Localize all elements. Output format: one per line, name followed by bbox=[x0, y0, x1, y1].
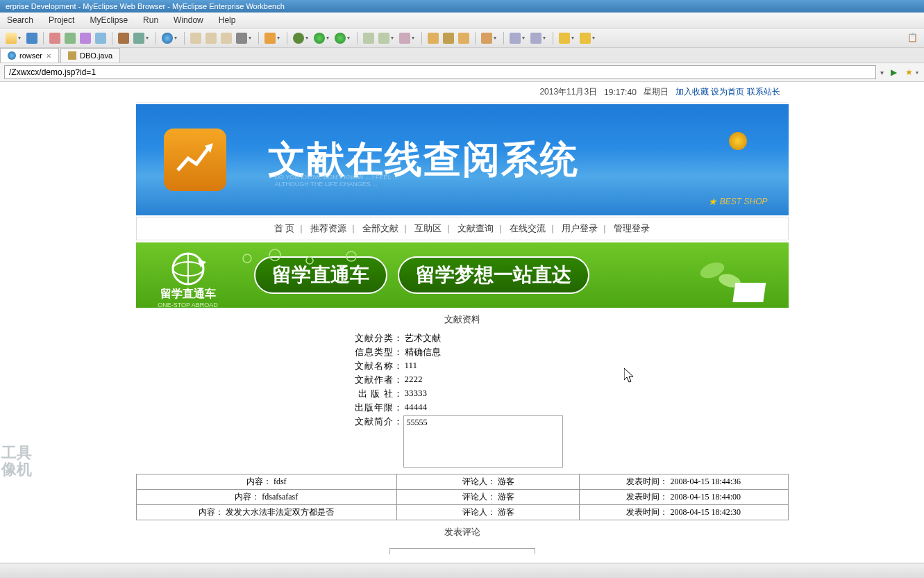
menu-project[interactable]: Project bbox=[46, 14, 77, 26]
url-dropdown-icon[interactable]: ▾ bbox=[880, 69, 884, 76]
svg-rect-7 bbox=[732, 283, 766, 302]
deploy-icon[interactable] bbox=[118, 33, 129, 44]
section-title: 文献资料 bbox=[136, 308, 789, 331]
tab-label: DBO.java bbox=[80, 51, 112, 60]
ad-pill-2: 留学梦想一站直达 bbox=[398, 256, 589, 294]
toolbar: ▾ ▾ ▾ ▾ ▾ ▾ ▾ ▾ ▾ ▾ ▾ ▾ ▾ ▾ ▾ 📋 bbox=[0, 28, 924, 48]
menu-search[interactable]: Search bbox=[4, 14, 36, 26]
star-icon: ★ bbox=[708, 196, 717, 207]
table-row: 内容： fdsafsafasf 评论人： 游客 发表时间： 2008-04-15… bbox=[136, 490, 788, 505]
link-contact[interactable]: 联系站长 bbox=[747, 87, 780, 97]
detail-row-summary: 文献简介： bbox=[351, 415, 573, 468]
detail-row: 文献作者：2222 bbox=[351, 373, 573, 387]
page-topbar: 2013年11月3日 19:17:40 星期日 加入收藏 设为首页 联系站长 bbox=[136, 82, 789, 103]
tab-dbo-java[interactable]: DBO.java bbox=[60, 48, 120, 63]
menu-window[interactable]: Window bbox=[171, 14, 206, 26]
java-file-icon bbox=[68, 51, 76, 60]
detail-row: 信息类型：精确信息 bbox=[351, 345, 573, 359]
globe-icon[interactable] bbox=[162, 33, 173, 44]
tool-icon[interactable] bbox=[80, 33, 91, 44]
svg-point-10 bbox=[306, 257, 313, 264]
tab-label: rowser bbox=[19, 51, 42, 60]
menu-run[interactable]: Run bbox=[140, 14, 161, 26]
badge-icon bbox=[729, 132, 747, 150]
detail-block: 文献分类：艺术文献 信息类型：精确信息 文献名称：111 文献作者：2222 出… bbox=[351, 331, 573, 468]
weekday-text: 星期日 bbox=[644, 86, 669, 98]
camera-icon[interactable] bbox=[236, 33, 247, 44]
forward-icon[interactable] bbox=[580, 33, 591, 44]
menu-help[interactable]: Help bbox=[216, 14, 239, 26]
menubar: Search Project MyEclipse Run Window Help bbox=[0, 13, 924, 28]
banner: 文献在线查阅系统 DO YOU KNOW, DON'T KNOW ... I F… bbox=[136, 104, 789, 215]
favorite-icon[interactable]: ★ bbox=[903, 67, 914, 78]
folder-icon[interactable] bbox=[205, 33, 217, 44]
svg-point-9 bbox=[269, 249, 280, 261]
browser-content: 2013年11月3日 19:17:40 星期日 加入收藏 设为首页 联系站长 文… bbox=[0, 82, 924, 554]
editor-tabs: rowser ✕ DBO.java bbox=[0, 48, 924, 63]
time-text: 19:17:40 bbox=[604, 88, 637, 97]
save-icon[interactable] bbox=[26, 33, 37, 44]
tool-icon[interactable] bbox=[65, 33, 76, 44]
tool-icon[interactable] bbox=[399, 33, 410, 44]
folder-icon[interactable] bbox=[428, 33, 439, 44]
globe-icon bbox=[8, 51, 16, 60]
nav-search[interactable]: 文献查询 bbox=[452, 223, 499, 233]
nav-chat[interactable]: 在线交流 bbox=[504, 223, 551, 233]
tool-icon[interactable] bbox=[363, 33, 374, 44]
go-icon[interactable]: ▶ bbox=[888, 67, 899, 78]
new-icon[interactable] bbox=[6, 33, 17, 44]
tool-icon[interactable] bbox=[481, 33, 492, 44]
ad-logo: 留学直通车 ONE-STOP ABROAD bbox=[150, 251, 226, 299]
perspective-icon[interactable]: 📋 bbox=[907, 33, 918, 44]
main-nav: 首 页| 推荐资源| 全部文献| 互助区| 文献查询| 在线交流| 用户登录| … bbox=[136, 217, 789, 240]
wand-icon[interactable] bbox=[264, 33, 276, 44]
banner-logo-icon bbox=[164, 129, 226, 191]
nav-admin-login[interactable]: 管理登录 bbox=[608, 223, 655, 233]
menu-myeclipse[interactable]: MyEclipse bbox=[87, 14, 131, 26]
nav-user-login[interactable]: 用户登录 bbox=[556, 223, 603, 233]
nav-home[interactable]: 首 页 bbox=[269, 223, 301, 233]
link-favorite[interactable]: 加入收藏 bbox=[675, 87, 709, 97]
svg-point-11 bbox=[346, 251, 356, 261]
tool-icon[interactable] bbox=[530, 33, 541, 44]
nav-all[interactable]: 全部文献 bbox=[357, 223, 404, 233]
banner-subtitle: DO YOU KNOW, DON'T KNOW ... I FEEL ... A… bbox=[275, 174, 398, 188]
date-text: 2013年11月3日 bbox=[539, 86, 597, 98]
detail-row: 出版年限：44444 bbox=[351, 401, 573, 415]
folder-icon[interactable] bbox=[458, 33, 469, 44]
best-shop-label: ★ BEST SHOP bbox=[708, 196, 768, 207]
run-icon[interactable] bbox=[314, 33, 325, 44]
tab-browser[interactable]: rowser ✕ bbox=[0, 48, 59, 63]
tool-icon[interactable] bbox=[95, 33, 106, 44]
folder-icon[interactable] bbox=[221, 33, 232, 44]
url-bar: ▾ ▶ ★▾ bbox=[0, 63, 924, 82]
leaf-icon bbox=[691, 249, 775, 307]
close-icon[interactable]: ✕ bbox=[46, 52, 51, 60]
detail-row: 文献分类：艺术文献 bbox=[351, 331, 573, 345]
debug-icon[interactable] bbox=[293, 33, 304, 44]
nav-recommend[interactable]: 推荐资源 bbox=[305, 223, 352, 233]
server-icon[interactable] bbox=[133, 33, 144, 44]
tool-icon[interactable] bbox=[378, 33, 389, 44]
url-input[interactable] bbox=[4, 65, 876, 79]
tool-icon[interactable] bbox=[510, 33, 521, 44]
ad-banner: 留学直通车 ONE-STOP ABROAD 留学直通车 留学梦想一站直达 bbox=[136, 242, 789, 308]
comments-table: 内容： fdsf 评论人： 游客 发表时间： 2008-04-15 18:44:… bbox=[136, 474, 789, 520]
comment-form-title: 发表评论 bbox=[136, 520, 789, 544]
pencil-icon[interactable] bbox=[443, 33, 454, 44]
comment-form bbox=[136, 548, 789, 554]
summary-textarea[interactable] bbox=[403, 415, 563, 468]
table-row: 内容： fdsf 评论人： 游客 发表时间： 2008-04-15 18:44:… bbox=[136, 474, 788, 490]
detail-row: 文献名称：111 bbox=[351, 359, 573, 373]
run-ext-icon[interactable] bbox=[335, 33, 346, 44]
link-homepage[interactable]: 设为首页 bbox=[711, 87, 744, 97]
tool-icon[interactable] bbox=[49, 33, 60, 44]
nav-help[interactable]: 互助区 bbox=[409, 223, 447, 233]
svg-point-8 bbox=[243, 254, 251, 263]
detail-row: 出 版 社：33333 bbox=[351, 387, 573, 401]
comment-textarea[interactable] bbox=[389, 548, 535, 554]
table-row: 内容： 发发大水法非法定双方都是否 评论人： 游客 发表时间： 2008-04-… bbox=[136, 505, 788, 520]
window-title: erprise Development - MyEclipse Web Brow… bbox=[0, 0, 924, 13]
back-icon[interactable] bbox=[559, 33, 570, 44]
folder-icon[interactable] bbox=[190, 33, 201, 44]
